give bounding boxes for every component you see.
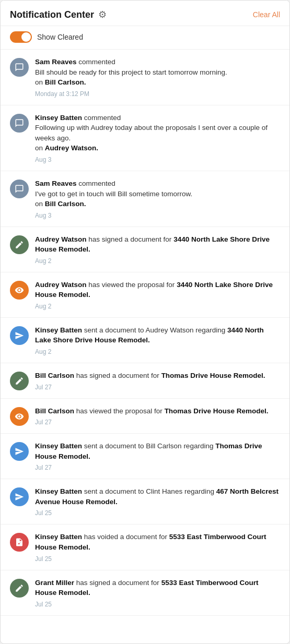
list-item[interactable]: Audrey Watson has viewed the proposal fo… xyxy=(1,272,289,318)
notification-timestamp: Aug 3 xyxy=(35,212,280,219)
notification-text: Kinsey Batten has voided a document for … xyxy=(35,532,280,552)
header-left: Notification Center ⚙ xyxy=(10,9,107,20)
list-item[interactable]: Kinsey Batten sent a document to Clint H… xyxy=(1,479,289,524)
notification-body: Sam Reaves commentedI've got to get in t… xyxy=(35,178,280,219)
project-name: Thomas Drive House Remodel. xyxy=(165,407,269,415)
list-item[interactable]: Audrey Watson has signed a document for … xyxy=(1,227,289,272)
send-icon xyxy=(10,326,29,345)
actor-name: Sam Reaves xyxy=(35,180,77,187)
actor-name: Audrey Watson xyxy=(35,281,87,289)
list-item[interactable]: Grant Miller has signed a document for 5… xyxy=(1,570,289,616)
comment-icon xyxy=(10,180,29,198)
notification-body: Grant Miller has signed a document for 5… xyxy=(35,578,280,608)
panel-header: Notification Center ⚙ Clear All xyxy=(1,1,289,26)
notification-body: Kinsey Batten commentedFollowing up with… xyxy=(35,113,280,163)
toggle-slider xyxy=(10,31,32,43)
notification-text: Bill Carlson has viewed the proposal for… xyxy=(35,406,280,416)
notification-timestamp: Aug 2 xyxy=(35,303,280,310)
notification-panel: Notification Center ⚙ Clear All Show Cle… xyxy=(0,0,290,644)
comment-icon xyxy=(10,58,29,77)
list-item[interactable]: Sam Reaves commentedBill should be ready… xyxy=(1,50,289,105)
notification-timestamp: Jul 27 xyxy=(35,419,280,426)
list-item[interactable]: Kinsey Batten commentedFollowing up with… xyxy=(1,105,289,171)
sign-icon xyxy=(10,579,29,598)
notification-text: Sam Reaves commentedI've got to get in t… xyxy=(35,178,280,209)
list-item[interactable]: Bill Carlson has signed a document for T… xyxy=(1,363,289,399)
actor-name: Audrey Watson xyxy=(35,235,87,243)
notification-timestamp: Jul 25 xyxy=(35,555,280,563)
clear-all-button[interactable]: Clear All xyxy=(253,10,280,19)
actor-name: Kinsey Batten xyxy=(35,533,82,541)
actor-name: Kinsey Batten xyxy=(35,326,82,334)
list-item[interactable]: Kinsey Batten sent a document to Bill Ca… xyxy=(1,434,289,479)
actor-name: Kinsey Batten xyxy=(35,114,82,122)
view-icon xyxy=(10,281,29,300)
notification-body: Kinsey Batten sent a document to Audrey … xyxy=(35,325,280,355)
list-item[interactable]: Kinsey Batten sent a document to Audrey … xyxy=(1,318,289,363)
project-name: Audrey Watson. xyxy=(45,144,98,152)
actor-name: Grant Miller xyxy=(35,579,74,587)
notification-text: Kinsey Batten sent a document to Bill Ca… xyxy=(35,441,280,461)
notification-body: Audrey Watson has viewed the proposal fo… xyxy=(35,280,280,310)
notification-text: Kinsey Batten sent a document to Clint H… xyxy=(35,486,280,507)
sign-icon xyxy=(10,235,29,254)
notification-text: Audrey Watson has viewed the proposal fo… xyxy=(35,280,280,300)
notification-timestamp: Jul 27 xyxy=(35,464,280,471)
notification-text: Audrey Watson has signed a document for … xyxy=(35,234,280,255)
list-item[interactable]: Kinsey Batten has voided a document for … xyxy=(1,524,289,570)
notification-timestamp: Jul 25 xyxy=(35,509,280,517)
notification-body: Kinsey Batten sent a document to Clint H… xyxy=(35,486,280,517)
panel-title: Notification Center xyxy=(10,9,94,20)
notifications-list: Sam Reaves commentedBill should be ready… xyxy=(1,50,289,643)
list-item[interactable]: Bill Carlson has viewed the proposal for… xyxy=(1,399,289,434)
void-icon xyxy=(10,533,29,552)
notification-timestamp: Jul 27 xyxy=(35,384,280,391)
sign-icon xyxy=(10,372,29,390)
notification-text: Kinsey Batten commentedFollowing up with… xyxy=(35,113,280,153)
comment-icon xyxy=(10,114,29,133)
notification-timestamp: Aug 3 xyxy=(35,156,280,163)
show-cleared-label: Show Cleared xyxy=(37,33,83,41)
actor-name: Bill Carlson xyxy=(35,407,74,415)
actor-name: Bill Carlson xyxy=(35,372,74,379)
project-name: Bill Carlson. xyxy=(45,78,86,86)
actor-name: Kinsey Batten xyxy=(35,487,82,495)
notification-body: Bill Carlson has signed a document for T… xyxy=(35,371,280,391)
actor-name: Kinsey Batten xyxy=(35,442,82,450)
notification-body: Bill Carlson has viewed the proposal for… xyxy=(35,406,280,426)
show-cleared-toggle[interactable] xyxy=(10,31,32,43)
notification-text: Bill Carlson has signed a document for T… xyxy=(35,371,280,381)
send-icon xyxy=(10,487,29,506)
notification-body: Kinsey Batten has voided a document for … xyxy=(35,532,280,562)
notification-text: Grant Miller has signed a document for 5… xyxy=(35,578,280,598)
show-cleared-row: Show Cleared xyxy=(1,26,289,50)
project-name: Bill Carlson. xyxy=(45,200,86,208)
notification-body: Kinsey Batten sent a document to Bill Ca… xyxy=(35,441,280,471)
notification-text: Kinsey Batten sent a document to Audrey … xyxy=(35,325,280,345)
notification-body: Audrey Watson has signed a document for … xyxy=(35,234,280,265)
view-icon xyxy=(10,407,29,426)
project-name: Thomas Drive House Remodel. xyxy=(161,372,265,379)
notification-timestamp: Jul 25 xyxy=(35,601,280,608)
send-icon xyxy=(10,442,29,461)
notification-timestamp: Aug 2 xyxy=(35,348,280,355)
notification-body: Sam Reaves commentedBill should be ready… xyxy=(35,57,280,98)
list-item[interactable]: Sam Reaves commentedI've got to get in t… xyxy=(1,171,289,227)
notification-text: Sam Reaves commentedBill should be ready… xyxy=(35,57,280,88)
gear-icon[interactable]: ⚙ xyxy=(98,9,107,20)
actor-name: Sam Reaves xyxy=(35,58,77,66)
notification-timestamp: Aug 2 xyxy=(35,257,280,265)
notification-timestamp: Monday at 3:12 PM xyxy=(35,90,280,98)
